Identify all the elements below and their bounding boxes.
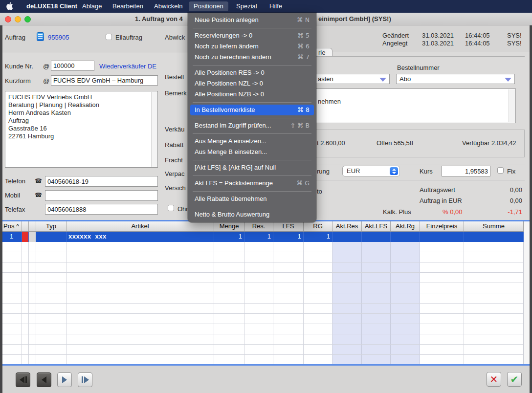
- column-header-flag_red[interactable]: [22, 221, 29, 231]
- menubar-app-name[interactable]: deLUXE18 Client: [22, 1, 82, 11]
- table-row-empty[interactable]: [1, 334, 531, 345]
- confirm-button[interactable]: ✔: [507, 372, 522, 387]
- menu-item-neue-position-anlegen[interactable]: Neue Position anlegen⌘ N: [190, 15, 314, 25]
- table-row-empty[interactable]: [1, 345, 531, 355]
- cell-lfs: [273, 273, 304, 283]
- currency-select[interactable]: EUR: [342, 166, 400, 176]
- auftrag-number[interactable]: 955905: [48, 34, 69, 41]
- menubar-item-hilfe[interactable]: Hilfe: [265, 1, 287, 11]
- cell-artikel: [66, 273, 214, 283]
- cell-res: [244, 355, 273, 365]
- menu-item-akt-lfs-packlistenmenge[interactable]: Akt LFS = Packlistenmenge⌘ G: [190, 178, 314, 189]
- note-scrollbar[interactable]: [509, 89, 515, 122]
- note-textarea[interactable]: nehmen: [293, 88, 516, 123]
- menubar-item-positionen-active[interactable]: Positionen: [189, 1, 228, 11]
- menu-item-bestand-im-zugriff-prüfen[interactable]: Bestand im Zugriff prüfen...⇧ ⌘ B: [190, 120, 314, 131]
- menubar-item-ablage[interactable]: Ablage: [77, 1, 107, 11]
- phone-icon: ☎: [35, 177, 42, 184]
- column-header-einzelpreis[interactable]: Einzelpreis: [420, 221, 464, 231]
- nav-next-button[interactable]: [57, 372, 72, 387]
- wiederverkaeufer-link[interactable]: Wiederverkäufer DE: [99, 63, 156, 70]
- cell-menge: [214, 242, 244, 252]
- apple-logo-icon[interactable]: [4, 1, 15, 11]
- telefax-input[interactable]: 04056061888: [45, 204, 158, 215]
- zoom-window-icon[interactable]: [24, 16, 31, 22]
- menu-item-alle-positionen-res-0[interactable]: Alle Positionen RES -> 0: [190, 67, 314, 78]
- cell-menge: [214, 252, 244, 262]
- menubar-item-spezial[interactable]: Spezial: [231, 1, 262, 11]
- menu-item-netto-brutto-auswertung[interactable]: Netto & Brutto Auswertung: [190, 209, 314, 220]
- column-header-summe[interactable]: Summe: [464, 221, 524, 231]
- cancel-button[interactable]: ✕: [487, 372, 501, 387]
- menu-item-label: Alle Positionen RES -> 0: [195, 69, 265, 76]
- telefon-input[interactable]: 040560618-19: [45, 176, 158, 187]
- nav-last-button[interactable]: [78, 372, 92, 387]
- cell-res: [244, 293, 273, 303]
- nav-first-button[interactable]: [16, 372, 30, 387]
- table-row-empty[interactable]: [1, 283, 531, 293]
- cell-lfs: [273, 304, 304, 313]
- menu-item-alle-positionen-nzl-0[interactable]: Alle Positionen NZL -> 0: [190, 78, 314, 89]
- column-header-akt_rg[interactable]: Akt.Rg: [391, 221, 420, 231]
- menubar-item-abwickeln[interactable]: Abwickeln: [149, 1, 188, 11]
- menu-item-noch-zu-berechnen-ändern[interactable]: Noch zu berechnen ändern⌘ 7: [190, 52, 314, 63]
- kurs-input[interactable]: 1,95583: [442, 166, 490, 176]
- cell-typ: [36, 293, 66, 303]
- column-header-artikel[interactable]: Artikel: [66, 221, 214, 231]
- menu-item-aus-menge-a-einsetzen[interactable]: Aus Menge A einsetzen...: [190, 136, 314, 147]
- mobil-input[interactable]: [45, 190, 158, 201]
- menu-item-alle-positionen-nzb-0[interactable]: Alle Positionen NZB -> 0: [190, 89, 314, 100]
- bestellnummer-select[interactable]: Abo: [396, 74, 515, 84]
- cell-flag_red: [22, 314, 29, 324]
- address-scrollbar[interactable]: [151, 92, 157, 167]
- cell-flag_red: [22, 273, 29, 283]
- order-document-icon[interactable]: [37, 32, 44, 41]
- table-row-empty[interactable]: [1, 242, 531, 252]
- table-row-empty[interactable]: [1, 252, 531, 262]
- window-title-right: einimport GmbH] (SYS!): [318, 15, 391, 22]
- menu-item-reservierungen-0[interactable]: Reservierungen -> 0⌘ 5: [190, 30, 314, 41]
- menu-item-aus-menge-b-einsetzen[interactable]: Aus Menge B einsetzen...: [190, 147, 314, 157]
- table-row-empty[interactable]: [1, 314, 531, 324]
- cell-akt_res: [332, 324, 362, 334]
- table-row-empty[interactable]: [1, 324, 531, 334]
- table-row-empty[interactable]: [1, 293, 531, 304]
- menu-item-label: Noch zu berechnen ändern: [195, 53, 271, 61]
- cell-flag_gray: [29, 232, 36, 242]
- table-row-empty[interactable]: [1, 273, 531, 283]
- column-header-flag_gray[interactable]: [29, 221, 36, 231]
- close-window-icon[interactable]: [5, 16, 11, 22]
- ohne-checkbox[interactable]: [168, 205, 174, 211]
- menu-item-alle-rabatte-übernehmen[interactable]: Alle Rabatte übernehmen: [190, 194, 314, 204]
- minimize-window-icon[interactable]: [15, 16, 21, 22]
- column-header-menge[interactable]: Menge: [214, 221, 244, 231]
- selected-table-row[interactable]: 1xxxxxx xxx1111: [1, 232, 531, 242]
- cell-einzelpreis: [420, 262, 464, 272]
- table-row-empty[interactable]: [1, 304, 531, 314]
- menu-item-label: Alle Positionen NZL -> 0: [195, 80, 263, 87]
- table-row-empty[interactable]: [1, 355, 531, 365]
- fix-checkbox[interactable]: [497, 167, 504, 174]
- table-row-empty[interactable]: [1, 262, 531, 273]
- cell-flag_red: [22, 242, 29, 252]
- menu-item-in-bestellvormerkliste[interactable]: In Bestellvormerkliste⌘ 8: [190, 105, 314, 115]
- menu-item-noch-zu-liefern-ändern[interactable]: Noch zu liefern ändern⌘ 6: [190, 41, 314, 52]
- column-header-akt_lfs[interactable]: Akt.LFS: [362, 221, 391, 231]
- menubar-item-bearbeiten[interactable]: Bearbeiten: [108, 1, 148, 11]
- cell-flag_red: [22, 334, 29, 344]
- nav-prev-button[interactable]: [37, 372, 51, 387]
- address-textarea[interactable]: FUCHS EDV Vertriebs GmbHBeratung | Planu…: [5, 91, 158, 168]
- cell-akt_lfs: [362, 334, 391, 344]
- kunde-nr-input[interactable]: 100000: [51, 61, 94, 71]
- kurzform-input[interactable]: FUCHS EDV GmbH – Hamburg: [51, 75, 158, 86]
- cell-pos: 1: [1, 232, 22, 242]
- column-header-akt_res[interactable]: Akt.Res: [332, 221, 362, 231]
- column-header-lfs[interactable]: LFS: [273, 221, 304, 231]
- column-header-pos[interactable]: Pos ^: [1, 221, 22, 231]
- menu-item-akt-lfs-akt-rg-auf-null[interactable]: [Akt LFS] & [Akt RG] auf Null: [190, 162, 314, 173]
- column-header-typ[interactable]: Typ: [36, 221, 66, 231]
- cell-summe: [464, 314, 524, 324]
- eilauftrag-checkbox[interactable]: [106, 34, 112, 40]
- column-header-res[interactable]: Res.: [244, 221, 273, 231]
- column-header-rg[interactable]: RG: [304, 221, 332, 231]
